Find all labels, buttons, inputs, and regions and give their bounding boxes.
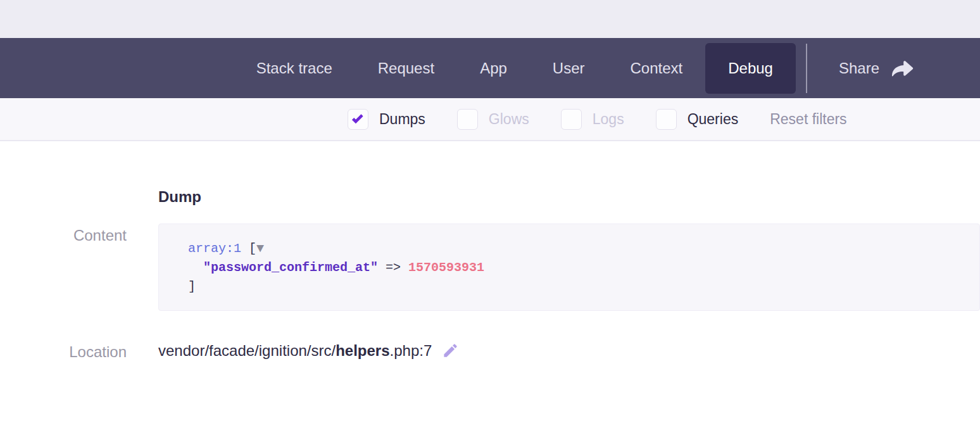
content-row: Content array:1 [▼ "password_confirmed_a… [0,224,980,311]
tab-stack-trace[interactable]: Stack trace [234,43,355,94]
tab-request[interactable]: Request [355,43,457,94]
dump-key: "password_confirmed_at" [203,260,378,275]
location-file-suffix: .php:7 [390,342,432,359]
filter-bar: Dumps Glows Logs Queries Reset filters [0,98,980,141]
checkmark-icon [352,112,363,123]
share-button[interactable]: Share [817,43,914,94]
debug-panel: Dump Content array:1 [▼ "password_confir… [0,141,980,361]
filter-queries-label: Queries [688,111,739,128]
filter-queries[interactable]: Queries [656,109,739,130]
tab-app[interactable]: App [457,43,530,94]
dump-line-entry: "password_confirmed_at" => 1570593931 [188,258,967,277]
content-label: Content [0,224,127,311]
tab-user[interactable]: User [530,43,608,94]
filter-glows-label: Glows [489,111,529,128]
section-title: Dump [158,188,980,206]
location-label: Location [0,340,127,361]
dump-line-open: array:1 [▼ [188,239,967,258]
dump-collapse-caret-icon[interactable]: ▼ [256,241,264,256]
filter-logs-label: Logs [593,111,624,128]
reset-filters-link[interactable]: Reset filters [770,111,846,128]
dump-type: array:1 [188,241,241,256]
logs-checkbox[interactable] [561,109,582,130]
glows-checkbox[interactable] [457,109,478,130]
dump-output: array:1 [▼ "password_confirmed_at" => 15… [158,224,980,311]
tab-context[interactable]: Context [608,43,706,94]
dump-open-bracket: [ [241,241,256,256]
location-value: vendor/facade/ignition/src/helpers.php:7 [158,340,980,361]
nav-divider [806,44,807,93]
tab-bar: Stack trace Request App User Context Deb… [0,38,980,98]
top-strip [0,0,980,38]
filter-dumps[interactable]: Dumps [348,109,425,130]
location-path: vendor/facade/ignition/src/helpers.php:7 [158,342,432,360]
share-button-label: Share [839,60,879,77]
dump-arrow: => [378,260,408,275]
location-file-name: helpers [336,342,389,359]
filter-glows[interactable]: Glows [457,109,529,130]
edit-pencil-icon[interactable] [442,342,459,359]
dumps-checkbox[interactable] [348,109,368,130]
tab-debug[interactable]: Debug [705,43,796,94]
dump-indent [188,260,203,275]
share-arrow-icon [890,58,914,79]
dump-close-bracket: ] [188,279,196,294]
queries-checkbox[interactable] [656,109,677,130]
dump-line-close: ] [188,277,967,296]
dump-value: 1570593931 [408,260,484,275]
filter-dumps-label: Dumps [379,111,425,128]
filter-logs[interactable]: Logs [561,109,624,130]
location-row: Location vendor/facade/ignition/src/help… [0,340,980,361]
location-path-prefix: vendor/facade/ignition/src/ [158,342,336,359]
